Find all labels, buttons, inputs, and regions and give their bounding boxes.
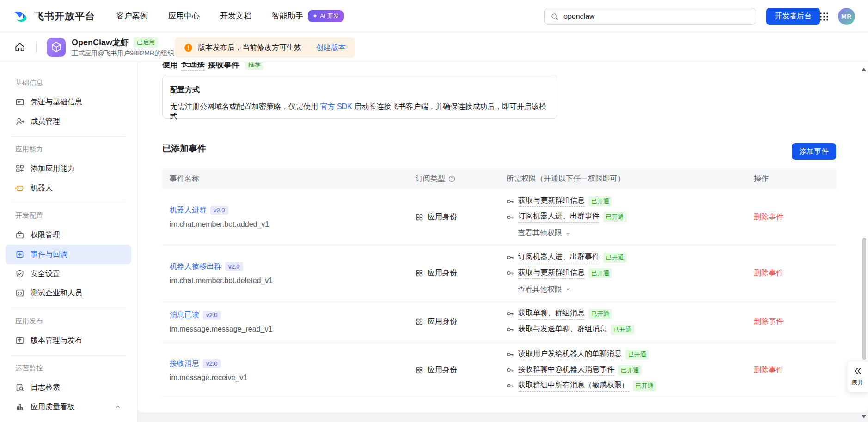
sidebar-item-test-org[interactable]: 测试企业和人员 <box>6 283 131 303</box>
sidebar-section-header: 应用发布 <box>15 316 125 326</box>
sidebar-item-label: 版本管理与发布 <box>31 336 82 345</box>
scroll-up-arrow-icon[interactable] <box>862 68 866 71</box>
feishu-open-platform-logo[interactable]: 飞书开放平台 <box>12 7 95 24</box>
add-event-button[interactable]: 添加事件 <box>792 143 836 160</box>
column-actions: 操作 <box>754 174 836 184</box>
column-event-name: 事件名称 <box>162 174 412 184</box>
user-avatar[interactable]: MR <box>838 8 855 25</box>
app-identity-icon <box>416 269 423 277</box>
official-sdk-link[interactable]: 官方 SDK <box>320 102 352 110</box>
sidebar-item-label: 凭证与基础信息 <box>31 97 82 107</box>
nav-dev-docs[interactable]: 开发文档 <box>220 11 251 21</box>
sidebar-item-logs[interactable]: 日志检索 <box>6 378 131 397</box>
nav-app-center[interactable]: 应用中心 <box>168 11 200 21</box>
scrollbar-thumb[interactable] <box>862 238 866 360</box>
event-name-link[interactable]: 接收消息 <box>170 359 199 368</box>
nav-customer-cases[interactable]: 客户案例 <box>116 11 148 21</box>
permission-name[interactable]: 获取与发送单聊、群组消息 <box>518 324 607 335</box>
sidebar-divider <box>12 308 125 308</box>
main-region: 使用 长连接 接收事件 推荐 配置方式 无需注册公网域名或配置加密策略，仅需使用… <box>138 62 868 422</box>
cube-icon <box>50 41 62 53</box>
event-name-link[interactable]: 消息已读 <box>170 310 199 320</box>
sidebar-item-members[interactable]: 成员管理 <box>6 112 131 131</box>
developer-console-button[interactable]: 开发者后台 <box>766 8 820 25</box>
scroll-down-arrow-icon[interactable] <box>862 415 866 418</box>
home-icon[interactable] <box>14 41 26 53</box>
added-events-title: 已添加事件 <box>162 143 206 155</box>
sidebar-item-events[interactable]: 事件与回调 <box>6 245 131 264</box>
version-warning-banner: 版本发布后，当前修改方可生效 创建版本 <box>175 37 355 58</box>
permissions-cell: 获取单聊、群组消息已开通获取与发送单聊、群组消息已开通 <box>507 301 754 342</box>
double-chevron-left-icon <box>853 366 862 376</box>
key-icon <box>507 350 514 358</box>
sidebar-item-label: 权限管理 <box>31 230 60 240</box>
sidebar-item-label: 成员管理 <box>31 117 60 127</box>
expand-sidepanel-button[interactable]: 展开 <box>847 361 868 392</box>
permission-name[interactable]: 订阅机器人进、出群事件 <box>518 211 599 223</box>
key-icon <box>507 213 514 221</box>
event-id: im.message.receive_v1 <box>170 374 412 382</box>
sidebar-item-credential[interactable]: 凭证与基础信息 <box>6 92 131 112</box>
action-cell: 删除事件 <box>754 342 836 398</box>
sidebar-item-label: 安全设置 <box>31 269 60 279</box>
delete-event-link[interactable]: 删除事件 <box>754 317 783 326</box>
permission-name[interactable]: 获取与更新群组信息 <box>518 268 585 279</box>
subscription-type-label: 应用身份 <box>428 317 457 326</box>
release-icon <box>15 336 24 345</box>
permission-status-badge: 已开通 <box>618 365 642 375</box>
view-more-permissions[interactable]: 查看其他权限 <box>518 285 571 295</box>
permission-line: 获取与发送单聊、群组消息已开通 <box>507 324 754 335</box>
event-row: 机器人进群v2.0im.chat.member.bot.added_v1应用身份… <box>162 189 836 245</box>
sidebar-item-label: 添加应用能力 <box>31 164 75 174</box>
permissions-cell: 读取用户发给机器人的单聊消息已开通接收群聊中@机器人消息事件已开通获取群组中所有… <box>507 342 754 398</box>
chevron-up-icon[interactable] <box>115 404 121 410</box>
event-name-cell: 接收消息v2.0im.message.receive_v1 <box>162 342 412 398</box>
search-input[interactable] <box>563 12 750 21</box>
event-name-link[interactable]: 机器人进群 <box>170 205 207 215</box>
permission-line: 获取与更新群组信息已开通 <box>507 268 754 279</box>
sidebar-divider <box>12 203 125 203</box>
event-id: im.chat.member.bot.deleted_v1 <box>170 277 412 285</box>
sidebar-item-label: 日志检索 <box>31 383 60 392</box>
event-name-link[interactable]: 机器人被移出群 <box>170 262 221 271</box>
sidebar-item-bot[interactable]: 机器人 <box>6 178 131 198</box>
long-connection-heading: 使用 长连接 接收事件 推荐 <box>162 62 263 71</box>
permission-status-badge: 已开通 <box>603 212 627 222</box>
sidebar-item-quality[interactable]: 应用质量看板 <box>6 397 131 416</box>
permission-status-badge: 已开通 <box>625 350 649 360</box>
subscription-type-label: 应用身份 <box>428 212 457 222</box>
permission-name[interactable]: 接收群聊中@机器人消息事件 <box>518 365 614 376</box>
sidebar-item-release[interactable]: 版本管理与发布 <box>6 331 131 350</box>
delete-event-link[interactable]: 删除事件 <box>754 268 783 278</box>
events-icon <box>15 250 24 259</box>
app-grid-menu-icon[interactable] <box>819 12 829 22</box>
permission-name[interactable]: 获取与更新群组信息 <box>518 196 585 207</box>
sidebar-item-permissions[interactable]: 权限管理 <box>6 225 131 245</box>
app-meta: OpenClaw龙虾 已启用 正式应用@飞书用户9882MR的组织 <box>72 37 174 58</box>
add-capability-icon <box>15 164 24 173</box>
sidebar-item-security[interactable]: 安全设置 <box>6 264 131 283</box>
permission-name[interactable]: 读取用户发给机器人的单聊消息 <box>518 349 622 360</box>
content-panel: 使用 长连接 接收事件 推荐 配置方式 无需注册公网域名或配置加密策略，仅需使用… <box>138 62 868 412</box>
help-icon[interactable]: ? <box>448 175 455 182</box>
sparkle-icon: ✦ <box>312 12 318 19</box>
sidebar: 基础信息凭证与基础信息成员管理应用能力添加应用能力机器人开发配置权限管理事件与回… <box>0 62 137 422</box>
app-name: OpenClaw龙虾 <box>72 37 129 48</box>
create-version-link[interactable]: 创建版本 <box>316 43 346 53</box>
delete-event-link[interactable]: 删除事件 <box>754 365 783 375</box>
long-connection-term[interactable]: 长连接 <box>181 62 205 71</box>
permission-name[interactable]: 订阅机器人进、出群事件 <box>518 252 599 263</box>
delete-event-link[interactable]: 删除事件 <box>754 212 783 222</box>
sidebar-item-add-capability[interactable]: 添加应用能力 <box>6 159 131 178</box>
permission-line: 获取单聊、群组消息已开通 <box>507 308 754 320</box>
members-icon <box>15 117 24 126</box>
event-name-cell: 机器人进群v2.0im.chat.member.bot.added_v1 <box>162 189 412 245</box>
view-more-permissions[interactable]: 查看其他权限 <box>518 229 571 238</box>
permission-name[interactable]: 获取群组中所有消息（敏感权限） <box>518 380 629 392</box>
sidebar-section-header: 开发配置 <box>15 211 125 220</box>
permission-name[interactable]: 获取单聊、群组消息 <box>518 308 585 320</box>
sidebar-item-label: 机器人 <box>31 183 53 193</box>
nav-ai-assistant[interactable]: 智能助手 <box>272 11 303 21</box>
svg-text:?: ? <box>451 176 453 181</box>
global-search[interactable] <box>544 8 756 25</box>
